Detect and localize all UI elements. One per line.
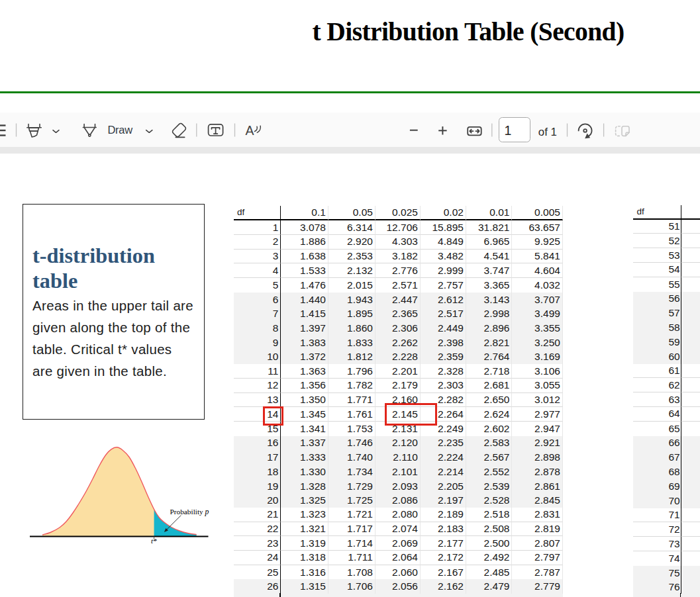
svg-text:A: A: [246, 123, 254, 138]
svg-text:t*: t*: [151, 537, 157, 545]
svg-text:Probability p: Probability p: [170, 507, 209, 516]
